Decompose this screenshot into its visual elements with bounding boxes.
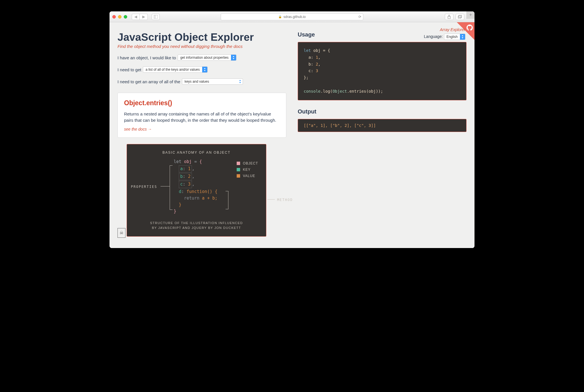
output-code: [["a", 1], ["b", 2], ["c", 3]] bbox=[298, 119, 467, 132]
skeleton-icon[interactable]: ☠ bbox=[117, 228, 125, 238]
browser-window: ◀ ▶ 🔒 sdras.github.io ⟳ + Array Explorer bbox=[110, 11, 474, 248]
method-name: Object.entries() bbox=[124, 99, 280, 107]
method-description: Returns a nested array containing the na… bbox=[124, 111, 280, 123]
select-need[interactable]: a list of all of the keys and/or values bbox=[143, 66, 207, 73]
traffic-lights bbox=[112, 15, 127, 19]
select-target[interactable]: keys and values bbox=[182, 78, 243, 85]
method-bracket-icon bbox=[226, 191, 228, 209]
top-links: Array Explorer Language: English bbox=[424, 27, 465, 40]
chevron-updown-icon bbox=[238, 78, 243, 85]
anatomy-figure: BASIC ANATOMY OF AN OBJECT OBJECT KEY VA… bbox=[127, 144, 266, 237]
page: Array Explorer Language: English JavaScr… bbox=[110, 22, 474, 248]
properties-label: PROPERTIES bbox=[131, 184, 157, 190]
array-explorer-link[interactable]: Array Explorer bbox=[440, 27, 465, 32]
page-subtitle: Find the object method you need without … bbox=[117, 44, 286, 49]
tabs-button[interactable] bbox=[456, 14, 464, 20]
properties-bracket-icon bbox=[170, 165, 173, 210]
method-label: METHOD bbox=[277, 197, 293, 203]
chevron-updown-icon bbox=[202, 66, 207, 73]
reload-icon[interactable]: ⟳ bbox=[358, 15, 361, 19]
lock-icon: 🔒 bbox=[278, 15, 282, 18]
result-card: Object.entries() Returns a nested array … bbox=[117, 93, 286, 138]
anatomy-credit: STRUCTURE OF THE ILLUSTRATION INFLUENCED… bbox=[134, 221, 259, 231]
prompt-3: I need to get an array of all of the key… bbox=[117, 78, 286, 85]
left-column: JavaScript Object Explorer Find the obje… bbox=[117, 31, 286, 237]
page-title: JavaScript Object Explorer bbox=[117, 31, 286, 43]
docs-link[interactable]: see the docs → bbox=[124, 127, 152, 131]
chevron-updown-icon bbox=[231, 54, 236, 61]
svg-rect-3 bbox=[458, 16, 461, 18]
language-select[interactable]: English bbox=[444, 34, 465, 40]
svg-rect-4 bbox=[459, 15, 462, 17]
prompt-1: I have an object, I would like to get in… bbox=[117, 54, 286, 61]
select-action[interactable]: get information about properties bbox=[178, 54, 236, 61]
titlebar: ◀ ▶ 🔒 sdras.github.io ⟳ + bbox=[110, 11, 474, 22]
anatomy-code: PROPERTIES METHOD let obj = { a: 1, b: 2… bbox=[174, 159, 259, 215]
url-bar[interactable]: 🔒 sdras.github.io ⟳ bbox=[221, 13, 363, 20]
output-heading: Output bbox=[298, 108, 467, 115]
prompt-2: I need to get a list of all of the keys … bbox=[117, 66, 286, 73]
svg-rect-0 bbox=[154, 15, 158, 19]
close-window-icon[interactable] bbox=[112, 15, 116, 19]
new-tab-button[interactable]: + bbox=[467, 11, 474, 19]
back-button[interactable]: ◀ bbox=[132, 14, 140, 20]
minimize-window-icon[interactable] bbox=[118, 15, 121, 19]
nav-buttons: ◀ ▶ bbox=[132, 14, 148, 20]
zoom-window-icon[interactable] bbox=[124, 15, 127, 19]
right-column: Usage let obj = { a: 1, b: 2, c: 3 }; co… bbox=[298, 31, 467, 237]
show-sidebar-button[interactable] bbox=[152, 14, 160, 20]
share-button[interactable] bbox=[445, 14, 453, 20]
language-label: Language: bbox=[424, 34, 443, 39]
anatomy-caption: BASIC ANATOMY OF AN OBJECT bbox=[134, 151, 259, 155]
url-host: sdras.github.io bbox=[283, 15, 306, 19]
forward-button[interactable]: ▶ bbox=[140, 14, 148, 20]
usage-code: let obj = { a: 1, b: 2, c: 3 }; console.… bbox=[298, 42, 467, 100]
